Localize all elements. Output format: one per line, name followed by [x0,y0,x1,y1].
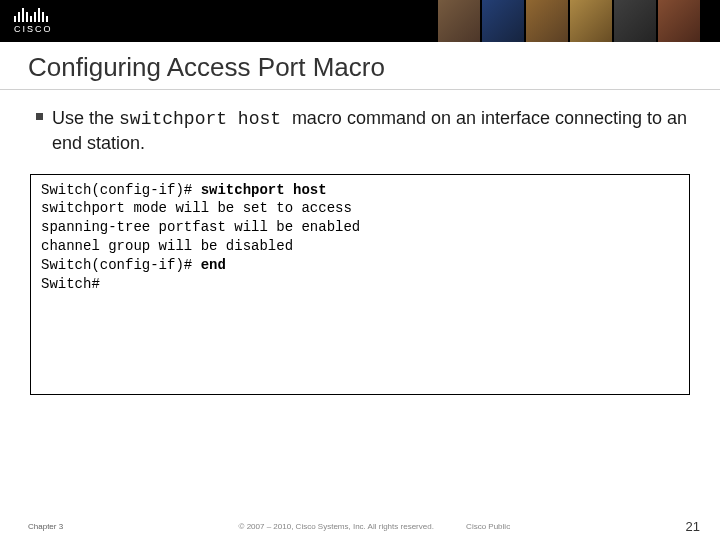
code-line-1: Switch(config-if)# switchport host [41,181,679,200]
code-prompt: Switch(config-if)# [41,182,201,198]
code-box: Switch(config-if)# switchport host switc… [30,174,690,395]
footer-page-number: 21 [686,519,700,534]
code-line-4: channel group will be disabled [41,237,679,256]
content-area: Use the switchport host macro command on… [0,90,720,156]
cisco-logo-icon [14,8,53,22]
code-command: end [201,257,226,273]
header-photo-strip [438,0,700,42]
footer-classification: Cisco Public [466,522,510,531]
bullet-command: switchport host [119,109,292,129]
code-line-6: Switch# [41,275,679,294]
header-bar: CISCO [0,0,720,42]
footer-chapter: Chapter 3 [28,522,63,531]
cisco-logo: CISCO [0,8,53,34]
footer: Chapter 3 © 2007 – 2010, Cisco Systems, … [0,519,720,534]
code-command: switchport host [201,182,327,198]
footer-copyright: © 2007 – 2010, Cisco Systems, Inc. All r… [239,522,434,531]
bullet-text: Use the switchport host macro command on… [36,106,690,156]
code-prompt: Switch(config-if)# [41,257,201,273]
title-block: Configuring Access Port Macro [0,42,720,90]
slide-title: Configuring Access Port Macro [28,52,696,83]
cisco-logo-text: CISCO [14,24,53,34]
code-line-3: spanning-tree portfast will be enabled [41,218,679,237]
code-line-2: switchport mode will be set to access [41,199,679,218]
footer-middle: © 2007 – 2010, Cisco Systems, Inc. All r… [63,522,685,531]
bullet-pre: Use the [52,108,119,128]
code-line-5: Switch(config-if)# end [41,256,679,275]
